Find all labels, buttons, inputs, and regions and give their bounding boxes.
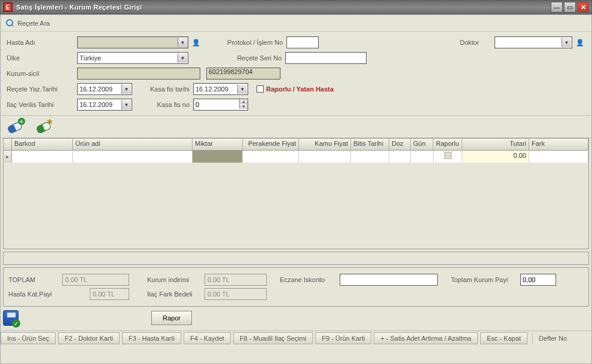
th-fark[interactable]: Fark xyxy=(529,139,588,150)
label-defter-no: Defter No xyxy=(532,333,573,344)
kurum-sicil-1-input[interactable] xyxy=(77,68,200,79)
kasa-fis-tarihi-date[interactable]: 16.12.2009▼ xyxy=(193,83,248,95)
label-kurum-indirimi: Kurum indirimi xyxy=(147,276,201,283)
search-icon[interactable] xyxy=(5,19,15,28)
doktor-combo[interactable]: ▼ xyxy=(495,36,572,48)
chevron-down-icon[interactable]: ▼ xyxy=(178,38,187,47)
hotkey-f3[interactable]: F3 - Hasta Karti xyxy=(122,332,181,344)
hasta-adi-combo[interactable]: ▼ xyxy=(77,36,188,48)
label-toplam-kurum-payi: Toplam Kurum Payi xyxy=(451,276,517,283)
raporlu-cell-checkbox[interactable] xyxy=(444,152,451,159)
label-eczane-iskonto: Eczane Iskonto xyxy=(280,276,336,283)
chevron-down-icon[interactable]: ▼ xyxy=(178,53,187,63)
cell-raporlu[interactable] xyxy=(434,151,462,163)
items-table[interactable]: Barkod Ürün adi Miktar Perakende Fiyat K… xyxy=(3,138,589,249)
label-raporlu: Raporlu / Yatan Hasta xyxy=(266,85,334,93)
check-icon: ✓ xyxy=(12,319,20,328)
label-kasa-fis-no: Kasa fis no xyxy=(145,101,193,108)
recete-tarihi-date[interactable]: 16.12.2009▼ xyxy=(77,83,132,95)
hotkey-plus[interactable]: + - Satis Adet Artirma / Azaltma xyxy=(374,332,478,344)
label-hasta-adi: Hasta Adı xyxy=(7,39,77,46)
hotkey-esc[interactable]: Esc - Kapat xyxy=(480,332,527,344)
spin-up-icon[interactable]: ▲ xyxy=(239,99,248,104)
spin-down-icon[interactable]: ▼ xyxy=(239,104,248,109)
cell-barkod[interactable] xyxy=(12,151,73,163)
chevron-down-icon[interactable]: ▼ xyxy=(121,84,131,94)
protokol-input[interactable] xyxy=(286,36,319,48)
statusbar: Ins - Ürün Seç F2 - Doktor Karti F3 - Ha… xyxy=(1,331,591,345)
label-hasta-kat-payi: Hasta Kat.Payi xyxy=(8,290,86,298)
hotkey-f2[interactable]: F2 - Doktor Karti xyxy=(58,332,120,344)
cell-kamu[interactable] xyxy=(299,151,351,163)
ilac-fark-bedeli-value: 0.00 TL xyxy=(205,288,267,300)
toplam-value: 0.00 TL xyxy=(62,274,129,286)
cell-gun[interactable] xyxy=(411,151,434,163)
chevron-down-icon[interactable]: ▼ xyxy=(237,84,247,94)
plus-icon: + xyxy=(18,118,25,125)
kurum-sicil-2-input[interactable]: 602199829704 xyxy=(206,68,280,79)
cell-tutari[interactable]: 0.00 xyxy=(462,151,529,163)
titlebar: E Satış İşlemleri - Kurum Reçetesi Giriş… xyxy=(0,0,592,14)
add-drug-button[interactable]: + xyxy=(7,120,23,134)
cell-doz[interactable] xyxy=(389,151,411,163)
cell-perakende[interactable] xyxy=(243,151,299,163)
raporlu-checkbox[interactable] xyxy=(257,85,264,93)
search-label[interactable]: Reçete Ara xyxy=(17,20,50,27)
th-perakende[interactable]: Perakende Fiyat xyxy=(243,139,299,150)
th-barkod[interactable]: Barkod xyxy=(12,139,73,150)
recete-seri-no-input[interactable] xyxy=(285,52,367,64)
find-person-icon[interactable]: 👤 xyxy=(191,37,202,48)
toplam-kurum-payi-input[interactable] xyxy=(520,274,556,286)
cell-bitis[interactable] xyxy=(351,151,389,163)
hotkey-f4[interactable]: F4 - Kaydet xyxy=(184,332,231,344)
label-recete-tarihi: Reçete Yaz.Tarihi xyxy=(7,85,77,93)
find-doctor-icon[interactable]: 👤 xyxy=(575,37,585,48)
label-ulke: Ülke xyxy=(7,54,77,62)
label-recete-seri-no: Reçete Seri No xyxy=(218,54,285,62)
hotkey-f9[interactable]: F9 - Ürün Karti xyxy=(315,332,371,344)
label-kasa-fis-tarihi: Kasa fis tarihi xyxy=(145,85,193,93)
th-bitis[interactable]: Bitis Tarihi xyxy=(351,139,389,150)
totals-panel: TOPLAM 0.00 TL Kurum indirimi 0.00 TL Ec… xyxy=(3,267,589,307)
chevron-down-icon[interactable]: ▼ xyxy=(121,100,131,109)
drug-options-button[interactable]: ✱ xyxy=(35,120,52,134)
table-row[interactable]: ▸ 0.00 xyxy=(4,151,588,163)
th-raporlu[interactable]: Raporlu xyxy=(434,139,462,150)
gear-icon: ✱ xyxy=(47,118,54,125)
row-selector[interactable]: ▸ xyxy=(4,151,12,163)
label-protokol: Protokol / İşlem No xyxy=(219,39,286,46)
cell-miktar[interactable] xyxy=(193,151,243,163)
chevron-down-icon[interactable]: ▼ xyxy=(562,38,571,47)
save-button[interactable]: ✓ xyxy=(3,310,19,326)
th-miktar[interactable]: Miktar xyxy=(193,139,243,150)
close-button[interactable]: ✕ xyxy=(577,2,589,13)
label-ilac-verilis-tarihi: Ilaç Verilis Tarihi xyxy=(7,101,77,108)
label-kurum-sicil: Kurum-sicil xyxy=(7,70,77,77)
label-ilac-fark-bedeli: Ilaç Fark Bedeli xyxy=(147,290,201,298)
kurum-indirimi-value: 0.00 TL xyxy=(205,274,267,286)
search-toolbar: Reçete Ara xyxy=(1,15,591,32)
row-selector-header xyxy=(4,139,12,150)
th-kamu[interactable]: Kamu Fiyat xyxy=(299,139,351,150)
rapor-button[interactable]: Rapor xyxy=(151,311,192,325)
th-urun-adi[interactable]: Ürün adi xyxy=(73,139,193,150)
cell-fark[interactable] xyxy=(529,151,588,163)
th-doz[interactable]: Doz xyxy=(389,139,411,150)
label-toplam: TOPLAM xyxy=(8,276,59,283)
app-icon: E xyxy=(3,2,13,12)
maximize-button[interactable]: ▭ xyxy=(564,2,576,13)
ilac-verilis-tarihi-date[interactable]: 16.12.2009▼ xyxy=(77,99,132,111)
cell-urun-adi[interactable] xyxy=(73,151,193,163)
window-title: Satış İşlemleri - Kurum Reçetesi Girişi xyxy=(16,4,142,11)
hotkey-f8[interactable]: F8 - Muadil Ilaç Seçimi xyxy=(233,332,313,344)
hasta-kat-payi-value: 0.00 TL xyxy=(90,288,129,300)
eczane-iskonto-input[interactable] xyxy=(340,274,438,286)
th-tutari[interactable]: Tutari xyxy=(462,139,529,150)
label-doktor: Doktor xyxy=(460,39,495,46)
th-gun[interactable]: Gün xyxy=(411,139,434,150)
hotkey-ins[interactable]: Ins - Ürün Seç xyxy=(1,332,56,344)
filler-bar xyxy=(3,252,589,265)
ulke-combo[interactable]: Türkiye▼ xyxy=(77,52,188,64)
minimize-button[interactable]: — xyxy=(551,2,563,13)
